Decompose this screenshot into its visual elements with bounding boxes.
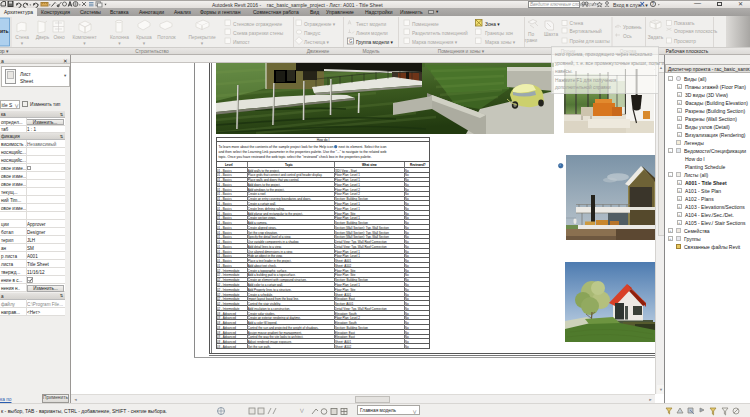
svg-text:Перекрытие: Перекрытие [188, 35, 216, 40]
svg-text:Шахта: Шахта [544, 32, 559, 37]
svg-text:Просмотр: Просмотр [674, 39, 696, 44]
svg-text:ор ▾: ор ▾ [0, 48, 9, 54]
svg-text:Окно: Окно [53, 35, 64, 40]
svg-text:▾: ▾ [143, 41, 146, 46]
svg-text:Проём для шахты: Проём для шахты [570, 39, 611, 44]
svg-text:Опорная плоскость: Опорная плоскость [674, 29, 718, 34]
svg-text:Границы зон: Границы зон [485, 31, 513, 36]
svg-text:▾: ▾ [201, 41, 204, 46]
svg-text:G: G [349, 39, 353, 44]
svg-text:Потолок: Потолок [157, 35, 176, 40]
svg-text:Стеновое ограждение: Стеновое ограждение [233, 22, 283, 27]
svg-text:По: По [528, 32, 534, 37]
svg-text:Уровень: Уровень [623, 25, 642, 30]
svg-text:Группа модели ▾: Группа модели ▾ [356, 40, 394, 45]
svg-text:▾: ▾ [21, 41, 24, 46]
svg-text:Стена: Стена [15, 35, 29, 40]
svg-text:Зона ▾: Зона ▾ [485, 22, 500, 27]
svg-text:Дверь: Дверь [36, 35, 50, 40]
svg-text:▾: ▾ [118, 41, 121, 46]
svg-text:Пандус: Пандус [304, 31, 321, 36]
svg-text:Колонна: Колонна [110, 35, 129, 40]
svg-text:Рабочая плоскость: Рабочая плоскость [666, 49, 709, 54]
svg-text:Модель: Модель [362, 49, 380, 54]
svg-text:Марка зоны ▾: Марка зоны ▾ [485, 40, 516, 45]
svg-text:грани: грани [525, 38, 538, 43]
svg-text:▾: ▾ [83, 41, 86, 46]
svg-text:ить: ить [0, 28, 9, 34]
svg-text:Строительство: Строительство [135, 49, 169, 54]
svg-text:Разделитель помещений: Разделитель помещений [412, 30, 468, 36]
svg-text:Ограждение ▾: Ограждение ▾ [304, 22, 336, 27]
svg-text:Марка помещения ▾: Марка помещения ▾ [412, 40, 458, 45]
svg-text:Ось: Ось [623, 34, 632, 39]
svg-text:Текст модели: Текст модели [356, 22, 386, 27]
svg-text:Лестница ▾: Лестница ▾ [304, 40, 329, 45]
svg-text:Движение: Движение [307, 49, 330, 54]
svg-text:Вертикальный: Вертикальный [570, 28, 603, 34]
svg-text:Компонент: Компонент [72, 35, 97, 40]
svg-text:Импост: Импост [233, 40, 250, 45]
svg-text:Показать: Показать [674, 21, 695, 26]
svg-text:Стена: Стена [570, 21, 584, 26]
svg-text:Крыша: Крыша [136, 35, 152, 40]
svg-text:Помещения и зоны ▾: Помещения и зоны ▾ [438, 49, 485, 54]
svg-text:Схема разрезки стены: Схема разрезки стены [233, 31, 284, 36]
svg-text:Линия модели: Линия модели [356, 31, 388, 36]
svg-text:Задать: Задать [648, 35, 664, 40]
svg-text:Помещение: Помещение [412, 22, 439, 27]
